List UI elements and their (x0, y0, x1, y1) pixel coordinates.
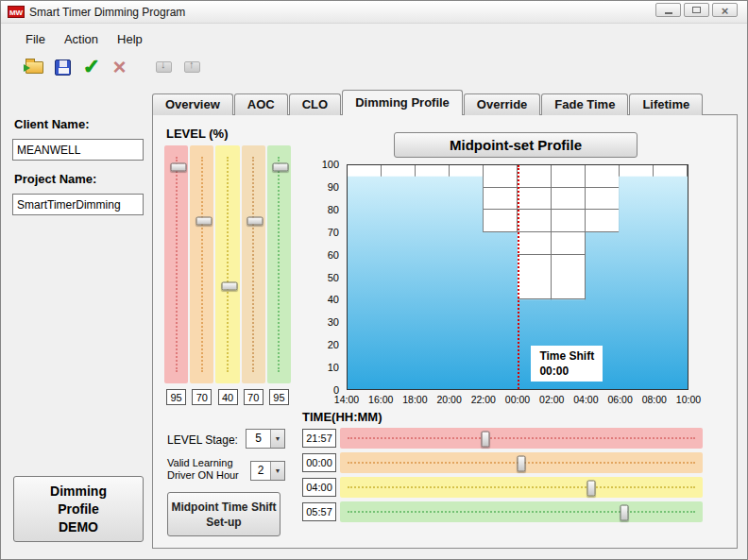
tab-fade-time[interactable]: Fade Time (541, 93, 628, 115)
menu-help[interactable]: Help (108, 28, 152, 50)
slider-thumb[interactable] (196, 217, 212, 226)
client-name-input[interactable] (12, 139, 144, 161)
level-slider-3[interactable] (215, 145, 239, 383)
y-tick: 80 (328, 204, 339, 215)
valid-learning-label: Valid Learning Driver ON Hour (167, 457, 239, 482)
time-value-4: 05:57 (302, 502, 336, 521)
checkmark-icon (82, 55, 99, 79)
read-from-driver-button[interactable] (151, 55, 177, 80)
y-tick: 100 (322, 159, 339, 170)
time-value-2: 00:00 (302, 453, 336, 472)
time-shift-label-text: Time Shift (539, 348, 594, 364)
slider-thumb[interactable] (482, 432, 490, 448)
slider-track (227, 157, 229, 372)
time-slider-4[interactable] (340, 501, 703, 522)
midpoint-button-line2: Set-up (168, 515, 280, 530)
toolbar-spacer (135, 67, 148, 68)
time-slider-3[interactable] (340, 477, 703, 498)
x-tick: 08:00 (642, 394, 667, 405)
valid-learning-line2: Driver ON Hour (167, 469, 239, 481)
time-slider-row-1: 21:57 (302, 427, 703, 450)
open-file-icon (26, 61, 43, 74)
dimming-profile-panel: LEVEL (%) 95 70 40 70 95 LEVEL Stage: 5 … (152, 114, 738, 549)
project-name-input[interactable] (12, 194, 144, 215)
tab-aoc[interactable]: AOC (234, 93, 288, 115)
x-tick: 20:00 (436, 394, 461, 405)
demo-button-line1: Dimming (14, 483, 143, 501)
menubar: File Action Help (1, 25, 747, 52)
slider-thumb[interactable] (247, 217, 264, 226)
toolbar (22, 53, 205, 81)
slider-thumb[interactable] (586, 481, 595, 497)
y-tick: 40 (328, 294, 339, 305)
confirm-button[interactable] (78, 55, 104, 80)
midpoint-time-shift-setup-button[interactable]: Midpoint Time Shift Set-up (167, 492, 280, 536)
tab-strip: Overview AOC CLO Dimming Profile Overrid… (152, 91, 704, 115)
slider-track (348, 511, 695, 513)
level-panel-title: LEVEL (%) (166, 127, 229, 141)
slider-track (176, 157, 178, 372)
close-button[interactable] (712, 3, 738, 17)
tab-lifetime[interactable]: Lifetime (629, 93, 703, 115)
tab-dimming-profile[interactable]: Dimming Profile (342, 90, 463, 115)
window-controls (655, 3, 738, 17)
slider-track (252, 157, 254, 372)
tab-override[interactable]: Override (464, 93, 540, 115)
chevron-down-icon (270, 462, 284, 480)
slider-track (278, 157, 280, 372)
y-tick: 10 (328, 362, 339, 373)
window-title: Smart Timer Dimming Program (29, 6, 185, 19)
minimize-button[interactable] (655, 3, 681, 17)
x-tick: 00:00 (505, 394, 530, 405)
time-slider-2[interactable] (340, 452, 703, 473)
slider-thumb[interactable] (222, 281, 238, 290)
level-slider-4[interactable] (242, 145, 265, 383)
maximize-button[interactable] (684, 3, 709, 17)
tab-clo[interactable]: CLO (289, 93, 341, 115)
menu-file[interactable]: File (16, 28, 55, 50)
time-shift-marker-line (518, 165, 519, 389)
open-button[interactable] (22, 55, 47, 80)
valid-learning-dropdown[interactable]: 2 (250, 461, 285, 481)
maximize-icon (692, 7, 701, 13)
midpoint-set-profile-button[interactable]: Midpoint-set Profile (394, 132, 638, 158)
save-icon (55, 59, 71, 76)
time-shift-label-value: 00:00 (539, 364, 594, 379)
x-tick: 14:00 (334, 394, 359, 405)
midpoint-button-line1: Midpoint Time Shift (168, 500, 280, 515)
save-button[interactable] (50, 55, 76, 80)
menu-action[interactable]: Action (55, 28, 108, 50)
app-logo-icon: MW (8, 6, 25, 18)
level-slider-2[interactable] (190, 145, 213, 383)
slider-thumb[interactable] (620, 505, 629, 521)
slider-thumb[interactable] (273, 163, 289, 172)
slider-track (348, 486, 695, 488)
time-value-1: 21:57 (302, 429, 336, 448)
write-to-driver-button[interactable] (179, 55, 205, 80)
level-value-3: 40 (218, 389, 238, 405)
cancel-button[interactable] (107, 55, 132, 80)
time-value-3: 04:00 (302, 478, 336, 497)
time-slider-row-2: 00:00 (302, 451, 703, 474)
tab-overview[interactable]: Overview (152, 93, 233, 115)
titlebar: MW Smart Timer Dimming Program (1, 1, 747, 24)
time-slider-row-4: 05:57 (302, 501, 703, 523)
valid-learning-value: 2 (251, 462, 270, 480)
level-value-4: 70 (244, 389, 264, 405)
level-value-boxes: 95 70 40 70 95 (164, 389, 291, 405)
x-tick: 16:00 (368, 394, 393, 405)
dimming-profile-demo-button[interactable]: Dimming Profile DEMO (13, 476, 144, 542)
chart-y-axis: 100 90 80 70 60 50 40 30 20 10 0 (312, 164, 342, 390)
level-stage-dropdown[interactable]: 5 (246, 429, 285, 449)
x-tick: 10:00 (676, 394, 701, 405)
y-tick: 30 (328, 316, 339, 328)
slider-thumb[interactable] (170, 163, 186, 172)
x-tick: 06:00 (607, 394, 632, 405)
time-slider-1[interactable] (340, 428, 703, 449)
demo-button-line3: DEMO (14, 518, 143, 536)
level-stage-value: 5 (246, 430, 270, 448)
level-slider-5[interactable] (267, 145, 291, 383)
slider-thumb[interactable] (518, 456, 526, 472)
y-tick: 20 (328, 339, 339, 350)
level-slider-1[interactable] (164, 145, 188, 383)
